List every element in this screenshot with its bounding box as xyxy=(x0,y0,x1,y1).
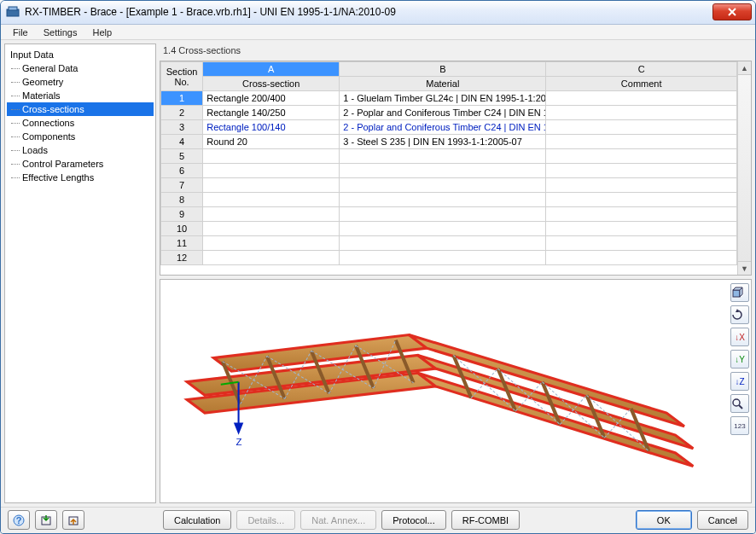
nat-annex-button[interactable]: Nat. Annex... xyxy=(300,510,376,530)
row-number[interactable]: 5 xyxy=(161,149,203,164)
rf-combi-button[interactable]: RF-COMBI xyxy=(451,510,520,530)
sidebar-item-control-parameters[interactable]: Control Parameters xyxy=(7,157,154,171)
cell[interactable] xyxy=(546,236,737,251)
model-viewport[interactable]: Z ↓X ↓Y ↓Z 123 xyxy=(160,279,752,502)
cell[interactable] xyxy=(546,135,737,149)
row-number[interactable]: 11 xyxy=(161,236,203,251)
cell[interactable]: Rectangle 200/400 xyxy=(203,91,340,106)
menu-help[interactable]: Help xyxy=(85,26,119,39)
table-row[interactable]: 8 xyxy=(161,193,737,207)
tree-root[interactable]: Input Data xyxy=(7,48,154,61)
menu-settings[interactable]: Settings xyxy=(37,26,84,39)
cell[interactable] xyxy=(546,251,737,265)
row-number[interactable]: 3 xyxy=(161,120,203,135)
cell[interactable]: 2 - Poplar and Coniferous Timber C24 | D… xyxy=(340,120,546,135)
grid-scrollbar[interactable]: ▲ ▼ xyxy=(737,61,751,275)
cell[interactable] xyxy=(546,207,737,222)
cell[interactable] xyxy=(340,236,546,251)
sidebar-item-components[interactable]: Components xyxy=(7,130,154,143)
col-letter-b[interactable]: B xyxy=(340,62,546,77)
row-number[interactable]: 10 xyxy=(161,222,203,236)
rotate-icon[interactable] xyxy=(730,305,749,324)
cell[interactable] xyxy=(546,164,737,178)
sidebar-item-effective-lengths[interactable]: Effective Lengths xyxy=(7,171,154,184)
protocol-button[interactable]: Protocol... xyxy=(381,510,446,530)
table-row[interactable]: 12 xyxy=(161,251,737,265)
input-tree[interactable]: Input Data General DataGeometryMaterials… xyxy=(4,44,156,502)
cell[interactable] xyxy=(203,149,340,164)
sidebar-item-connections[interactable]: Connections xyxy=(7,116,154,130)
grid-inner[interactable]: Section No. A B C Cross-section Material… xyxy=(160,61,737,275)
sidebar-item-cross-sections[interactable]: Cross-sections xyxy=(7,102,154,116)
col-letter-c[interactable]: C xyxy=(546,62,737,77)
table-row[interactable]: 10 xyxy=(161,222,737,236)
cell[interactable] xyxy=(546,106,737,120)
cancel-button[interactable]: Cancel xyxy=(697,510,748,530)
col-letter-a[interactable]: A xyxy=(203,62,340,77)
row-number[interactable]: 4 xyxy=(161,135,203,149)
zoom-icon[interactable] xyxy=(730,394,749,413)
cell[interactable] xyxy=(203,178,340,193)
col-cross-section[interactable]: Cross-section xyxy=(203,77,340,91)
cell[interactable] xyxy=(546,120,737,135)
cell[interactable] xyxy=(203,222,340,236)
cell[interactable] xyxy=(203,164,340,178)
cell[interactable] xyxy=(203,236,340,251)
z-axis-icon[interactable]: ↓Z xyxy=(730,372,749,391)
cell[interactable]: Round 20 xyxy=(203,135,340,149)
cell[interactable] xyxy=(340,149,546,164)
col-comment[interactable]: Comment xyxy=(546,77,737,91)
row-number[interactable]: 7 xyxy=(161,178,203,193)
cell[interactable] xyxy=(546,149,737,164)
cell[interactable] xyxy=(546,178,737,193)
row-number[interactable]: 8 xyxy=(161,193,203,207)
menu-file[interactable]: File xyxy=(6,26,35,39)
cell[interactable] xyxy=(203,193,340,207)
sidebar-item-materials[interactable]: Materials xyxy=(7,89,154,102)
import-button[interactable] xyxy=(35,510,57,530)
cell[interactable] xyxy=(546,222,737,236)
cell[interactable]: Rectangle 100/140 xyxy=(203,120,340,135)
export-button[interactable] xyxy=(62,510,84,530)
show-numbers-icon[interactable]: 123 xyxy=(730,416,749,435)
cell[interactable] xyxy=(340,222,546,236)
row-number[interactable]: 9 xyxy=(161,207,203,222)
row-number[interactable]: 1 xyxy=(161,91,203,106)
table-row[interactable]: 6 xyxy=(161,164,737,178)
cell[interactable] xyxy=(203,251,340,265)
cell[interactable] xyxy=(340,178,546,193)
sidebar-item-loads[interactable]: Loads xyxy=(7,143,154,157)
cell[interactable]: Rectangle 140/250 xyxy=(203,106,340,120)
cell[interactable] xyxy=(546,91,737,106)
cell[interactable] xyxy=(340,207,546,222)
table-row[interactable]: 9 xyxy=(161,207,737,222)
sidebar-item-general-data[interactable]: General Data xyxy=(7,61,154,75)
help-button[interactable]: ? xyxy=(8,510,30,530)
table-row[interactable]: 4Round 203 - Steel S 235 | DIN EN 1993-1… xyxy=(161,135,737,149)
row-number[interactable]: 6 xyxy=(161,164,203,178)
col-material[interactable]: Material xyxy=(340,77,546,91)
calculation-button[interactable]: Calculation xyxy=(163,510,231,530)
ok-button[interactable]: OK xyxy=(636,510,692,530)
cube-icon[interactable] xyxy=(730,283,749,302)
cell[interactable] xyxy=(340,251,546,265)
cell[interactable] xyxy=(340,164,546,178)
row-number[interactable]: 2 xyxy=(161,106,203,120)
row-number[interactable]: 12 xyxy=(161,251,203,265)
cell[interactable]: 2 - Poplar and Coniferous Timber C24 | D… xyxy=(340,106,546,120)
table-row[interactable]: 7 xyxy=(161,178,737,193)
cell[interactable] xyxy=(340,193,546,207)
sidebar-item-geometry[interactable]: Geometry xyxy=(7,75,154,89)
table-row[interactable]: 11 xyxy=(161,236,737,251)
cell[interactable]: 3 - Steel S 235 | DIN EN 1993-1-1:2005-0… xyxy=(340,135,546,149)
table-row[interactable]: 3Rectangle 100/1402 - Poplar and Conifer… xyxy=(161,120,737,135)
cell[interactable] xyxy=(203,207,340,222)
cell[interactable] xyxy=(546,193,737,207)
close-button[interactable] xyxy=(712,3,752,20)
cell[interactable]: 1 - Gluelam Timber GL24c | DIN EN 1995-1… xyxy=(340,91,546,106)
scroll-down-icon[interactable]: ▼ xyxy=(738,261,751,275)
table-row[interactable]: 2Rectangle 140/2502 - Poplar and Conifer… xyxy=(161,106,737,120)
table-row[interactable]: 5 xyxy=(161,149,737,164)
table-row[interactable]: 1Rectangle 200/4001 - Gluelam Timber GL2… xyxy=(161,91,737,106)
x-axis-icon[interactable]: ↓X xyxy=(730,328,749,346)
